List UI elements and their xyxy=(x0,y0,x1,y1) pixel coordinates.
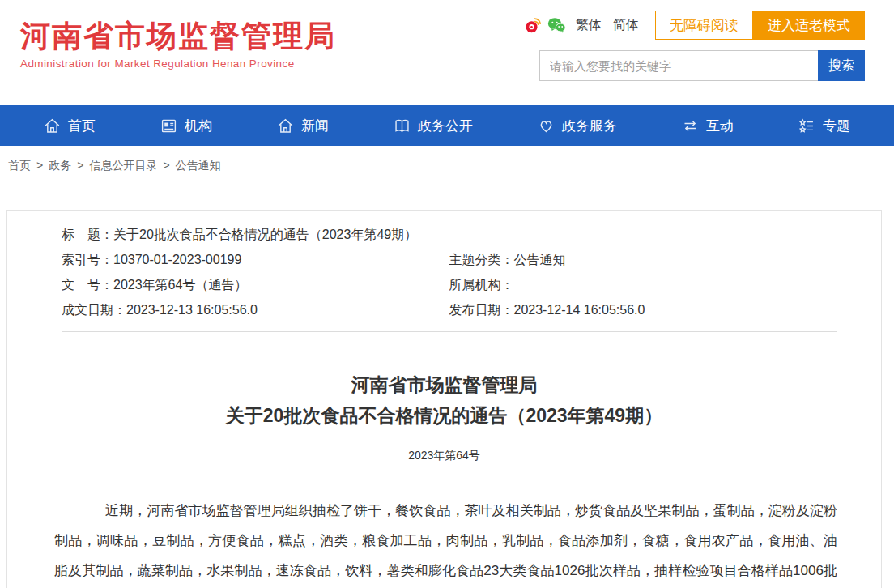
nav-item-organization[interactable]: 机构 xyxy=(160,117,212,135)
meta-agency-row: 所属机构： xyxy=(449,272,837,297)
breadcrumb-separator: > xyxy=(163,159,169,172)
main-nav: 首页 机构 新闻 政务公开 政务服务 互动 xyxy=(0,105,894,146)
nav-item-gov-disclosure[interactable]: 政务公开 xyxy=(394,117,473,135)
breadcrumb-home[interactable]: 首页 xyxy=(8,159,31,172)
meta-index-label: 索引号： xyxy=(62,247,113,272)
nav-item-topics[interactable]: 专题 xyxy=(798,117,850,135)
breadcrumb-separator: > xyxy=(36,159,43,172)
nav-label: 新闻 xyxy=(301,117,329,135)
search-input[interactable] xyxy=(539,50,818,81)
top-controls: 繁体 简体 无障碍阅读 进入适老模式 xyxy=(524,11,865,40)
nav-label: 机构 xyxy=(185,117,212,135)
meta-grid: 索引号： 10370-01-2023-00199 主题分类： 公告通知 文 号：… xyxy=(62,247,837,322)
nav-label: 专题 xyxy=(823,117,850,135)
article-title-line1: 河南省市场监督管理局 xyxy=(7,369,881,400)
article-paragraph: 近期，河南省市场监督管理局组织抽检了饼干，餐饮食品，茶叶及相关制品，炒货食品及坚… xyxy=(54,496,837,588)
meta-title-row: 标 题： 关于20批次食品不合格情况的通告（2023年第49期） xyxy=(62,222,837,247)
breadcrumb-notices[interactable]: 公告通知 xyxy=(176,159,221,172)
meta-written-date-row: 成文日期： 2023-12-13 16:05:56.0 xyxy=(62,297,449,322)
document-meta: 标 题： 关于20批次食品不合格情况的通告（2023年第49期） 索引号： 10… xyxy=(7,211,881,322)
lang-simplified[interactable]: 简体 xyxy=(613,17,639,34)
meta-title-label: 标 题： xyxy=(62,222,113,247)
meta-written-date-value: 2023-12-13 16:05:56.0 xyxy=(126,297,258,322)
meta-category-row: 主题分类： 公告通知 xyxy=(449,247,837,272)
nav-label: 政务公开 xyxy=(418,117,473,135)
meta-category-label: 主题分类： xyxy=(449,247,514,272)
nav-item-interaction[interactable]: 互动 xyxy=(682,117,734,135)
meta-publish-date-label: 发布日期： xyxy=(449,297,514,322)
site-logo[interactable]: 河南省市场监督管理局 Administration for Market Reg… xyxy=(20,19,336,70)
nav-item-home[interactable]: 首页 xyxy=(44,117,96,135)
meta-docno-value: 2023年第64号（通告） xyxy=(113,272,247,297)
article-title-line2: 关于20批次食品不合格情况的通告（2023年第49期） xyxy=(7,400,881,431)
meta-divider xyxy=(62,331,837,332)
meta-docno-row: 文 号： 2023年第64号（通告） xyxy=(62,272,449,297)
meta-category-value: 公告通知 xyxy=(514,247,566,272)
meta-publish-date-row: 发布日期： 2023-12-14 16:05:56.0 xyxy=(449,297,837,322)
breadcrumb-gov[interactable]: 政务 xyxy=(49,159,71,172)
home-icon xyxy=(44,117,61,134)
interaction-icon xyxy=(682,117,699,134)
topics-icon xyxy=(798,117,815,134)
meta-title-value: 关于20批次食品不合格情况的通告（2023年第49期） xyxy=(113,222,417,247)
nav-label: 互动 xyxy=(706,117,734,135)
meta-written-date-label: 成文日期： xyxy=(62,297,126,322)
article-doc-number: 2023年第64号 xyxy=(7,449,881,463)
weibo-icon[interactable] xyxy=(524,16,542,34)
lang-traditional[interactable]: 繁体 xyxy=(576,17,602,34)
meta-index-value: 10370-01-2023-00199 xyxy=(113,247,241,272)
breadcrumb: 首页>政务>信息公开目录>公告通知 xyxy=(8,159,894,173)
mode-buttons: 无障碍阅读 进入适老模式 xyxy=(655,11,865,40)
nav-item-news[interactable]: 新闻 xyxy=(277,117,329,135)
social-links xyxy=(524,16,566,34)
breadcrumb-info-catalog[interactable]: 信息公开目录 xyxy=(89,159,157,172)
gov-service-icon xyxy=(538,117,555,134)
site-header: 河南省市场监督管理局 Administration for Market Reg… xyxy=(0,0,894,105)
site-subtitle: Administration for Market Regulation Hen… xyxy=(20,58,336,70)
search-bar: 搜索 xyxy=(539,50,865,81)
meta-agency-label: 所属机构： xyxy=(449,272,514,297)
search-button[interactable]: 搜索 xyxy=(818,50,865,81)
article-title: 河南省市场监督管理局 关于20批次食品不合格情况的通告（2023年第49期） xyxy=(7,369,881,431)
breadcrumb-separator: > xyxy=(77,159,83,172)
wechat-icon[interactable] xyxy=(547,16,566,34)
organization-icon xyxy=(160,117,177,134)
meta-index-row: 索引号： 10370-01-2023-00199 xyxy=(62,247,449,272)
language-switch: 繁体 简体 xyxy=(576,17,639,34)
article-body: 近期，河南省市场监督管理局组织抽检了饼干，餐饮食品，茶叶及相关制品，炒货食品及坚… xyxy=(54,496,837,588)
elder-mode-button[interactable]: 进入适老模式 xyxy=(753,11,865,40)
site-title: 河南省市场监督管理局 xyxy=(20,19,336,53)
document-panel: 标 题： 关于20批次食品不合格情况的通告（2023年第49期） 索引号： 10… xyxy=(6,210,882,588)
nav-item-gov-service[interactable]: 政务服务 xyxy=(538,117,617,135)
accessibility-button[interactable]: 无障碍阅读 xyxy=(655,11,753,40)
gov-disclosure-icon xyxy=(394,117,411,134)
nav-label: 首页 xyxy=(68,117,96,135)
meta-docno-label: 文 号： xyxy=(62,272,113,297)
meta-publish-date-value: 2023-12-14 16:05:56.0 xyxy=(514,297,645,322)
nav-label: 政务服务 xyxy=(562,117,617,135)
news-icon xyxy=(277,117,294,134)
